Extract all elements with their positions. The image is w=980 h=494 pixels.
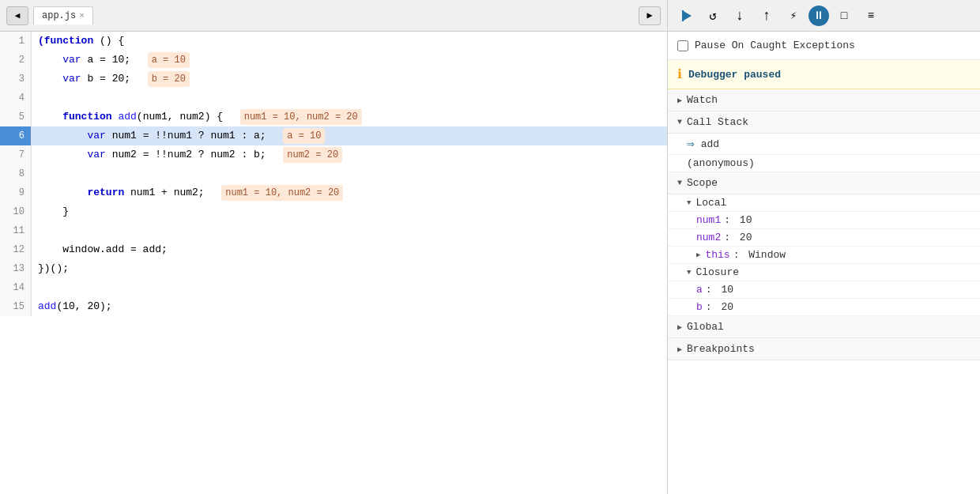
line-content-12: window.add = add; — [32, 240, 667, 259]
deactivate-breakpoints-button[interactable]: ⚡ — [782, 6, 805, 26]
debug-toolbar: ↺ ↓ ↑ ⚡ ⏸ □ ≡ — [668, 0, 980, 32]
local-this-name: this — [705, 249, 729, 261]
paused-icon: ℹ — [677, 66, 682, 82]
step-out-button[interactable]: ↑ — [755, 6, 778, 26]
closure-a-value: 10 — [721, 284, 733, 296]
line-number-11: 11 — [0, 221, 32, 240]
line-content-8 — [32, 172, 667, 175]
line-number-14: 14 — [0, 278, 32, 297]
line-content-11 — [32, 229, 667, 232]
line-content-7: var num2 = !!num2 ? num2 : b; num2 = 20 — [32, 145, 667, 164]
line-content-5: function add(num1, num2) { num1 = 10, nu… — [32, 107, 667, 126]
tab-close-button[interactable]: × — [79, 11, 85, 21]
line-content-6: var num1 = !!num1 ? num1 : a; a = 10 — [32, 126, 667, 145]
local-num2-name: num2 — [696, 232, 721, 243]
this-triangle-icon: ▶ — [696, 251, 700, 259]
pause-on-caught-label: Pause On Caught Exceptions — [695, 40, 855, 51]
line-number-10: 10 — [0, 202, 32, 221]
line-content-3: var b = 20; b = 20 — [32, 70, 667, 89]
line-number-9: 9 — [0, 183, 32, 202]
code-editor[interactable]: 1 (function () { 2 var a = 10; a = 10 3 … — [0, 32, 667, 494]
local-num1-colon: : — [724, 214, 737, 226]
pause-on-caught-checkbox[interactable] — [677, 40, 688, 51]
resume-button[interactable] — [674, 6, 698, 26]
sidebar-toggle-button[interactable]: ◀ — [6, 6, 28, 25]
call-stack-arrow-icon: ⇒ — [687, 136, 695, 152]
line-number-2: 2 — [0, 51, 32, 70]
line-content-13: })(); — [32, 259, 667, 278]
code-line-7: 7 var num2 = !!num2 ? num2 : b; num2 = 2… — [0, 145, 667, 164]
closure-b-value: 20 — [721, 301, 733, 313]
local-num2-colon: : — [724, 232, 737, 243]
scope-section-header[interactable]: ▼ Scope — [668, 172, 980, 194]
line-number-5: 5 — [0, 107, 32, 126]
debugger-paused-banner: ℹ Debugger paused — [668, 60, 980, 89]
global-triangle-icon: ▶ — [677, 322, 682, 332]
breakpoints-triangle-icon: ▶ — [677, 345, 682, 354]
step-into-button[interactable]: ↓ — [728, 6, 752, 26]
local-scope-header[interactable]: ▼ Local — [668, 194, 980, 212]
step-over-button[interactable]: ↺ — [701, 6, 725, 26]
line-number-6: 6 — [0, 126, 32, 145]
line-content-9: return num1 + num2; num1 = 10, num2 = 20 — [32, 183, 667, 202]
more-button[interactable]: ≡ — [859, 6, 883, 26]
debugger-panel: ↺ ↓ ↑ ⚡ ⏸ □ ≡ Pause On Caught Exceptions… — [668, 0, 980, 494]
global-label: Global — [687, 321, 724, 333]
local-num2-value: 20 — [740, 232, 752, 243]
watch-section-header[interactable]: ▶ Watch — [668, 89, 980, 111]
local-num2: num2 : 20 — [668, 229, 980, 247]
breakpoints-section-header[interactable]: ▶ Breakpoints — [668, 338, 980, 360]
code-line-11: 11 — [0, 221, 667, 240]
closure-scope-header[interactable]: ▼ Closure — [668, 264, 980, 281]
line-number-3: 3 — [0, 70, 32, 89]
closure-a-name: a — [696, 284, 703, 296]
closure-label: Closure — [695, 266, 739, 278]
line-number-15: 15 — [0, 297, 32, 316]
line-number-12: 12 — [0, 240, 32, 259]
line-number-1: 1 — [0, 32, 32, 51]
svg-rect-1 — [682, 10, 684, 21]
editor-tab[interactable]: app.js × — [33, 6, 93, 25]
local-this-colon: : — [733, 249, 746, 261]
local-triangle-icon: ▼ — [687, 199, 691, 207]
code-line-6: 6 var num1 = !!num1 ? num1 : a; a = 10 — [0, 126, 667, 145]
call-stack-item-add[interactable]: ⇒ add — [668, 134, 980, 155]
drawer-button[interactable]: □ — [832, 6, 856, 26]
code-line-5: 5 function add(num1, num2) { num1 = 10, … — [0, 107, 667, 126]
local-num1-value: 10 — [740, 214, 752, 226]
closure-a-colon: : — [706, 284, 718, 296]
line-number-4: 4 — [0, 89, 32, 107]
call-stack-anonymous-label: (anonymous) — [687, 157, 755, 169]
run-snippet-button[interactable]: ▶ — [639, 6, 661, 25]
closure-triangle-icon: ▼ — [687, 269, 691, 277]
watch-triangle-icon: ▶ — [677, 96, 682, 105]
code-line-15: 15 add(10, 20); — [0, 297, 667, 316]
local-label: Local — [695, 197, 726, 209]
code-line-9: 9 return num1 + num2; num1 = 10, num2 = … — [0, 183, 667, 202]
line-number-8: 8 — [0, 164, 32, 183]
code-line-13: 13 })(); — [0, 259, 667, 278]
code-line-1: 1 (function () { — [0, 32, 667, 51]
closure-b-colon: : — [706, 301, 718, 313]
local-num1-name: num1 — [696, 214, 721, 226]
global-scope-header[interactable]: ▶ Global — [668, 316, 980, 338]
local-this-value: Window — [748, 249, 786, 261]
call-stack-triangle-icon: ▼ — [677, 118, 682, 126]
tab-label: app.js — [42, 10, 76, 21]
pause-button[interactable]: ⏸ — [808, 6, 829, 26]
line-content-1: (function () { — [32, 32, 667, 51]
closure-a: a : 10 — [668, 281, 980, 299]
code-line-12: 12 window.add = add; — [0, 240, 667, 259]
code-line-10: 10 } — [0, 202, 667, 221]
closure-b-name: b — [696, 301, 703, 313]
code-line-4: 4 — [0, 89, 667, 107]
line-content-14 — [32, 286, 667, 289]
line-number-7: 7 — [0, 145, 32, 164]
line-content-15: add(10, 20); — [32, 297, 667, 316]
local-this[interactable]: ▶ this : Window — [668, 247, 980, 264]
call-stack-section-header[interactable]: ▼ Call Stack — [668, 111, 980, 134]
line-content-4 — [32, 96, 667, 100]
line-content-10: } — [32, 202, 667, 221]
watch-label: Watch — [687, 94, 718, 106]
call-stack-item-anonymous[interactable]: (anonymous) — [668, 155, 980, 172]
